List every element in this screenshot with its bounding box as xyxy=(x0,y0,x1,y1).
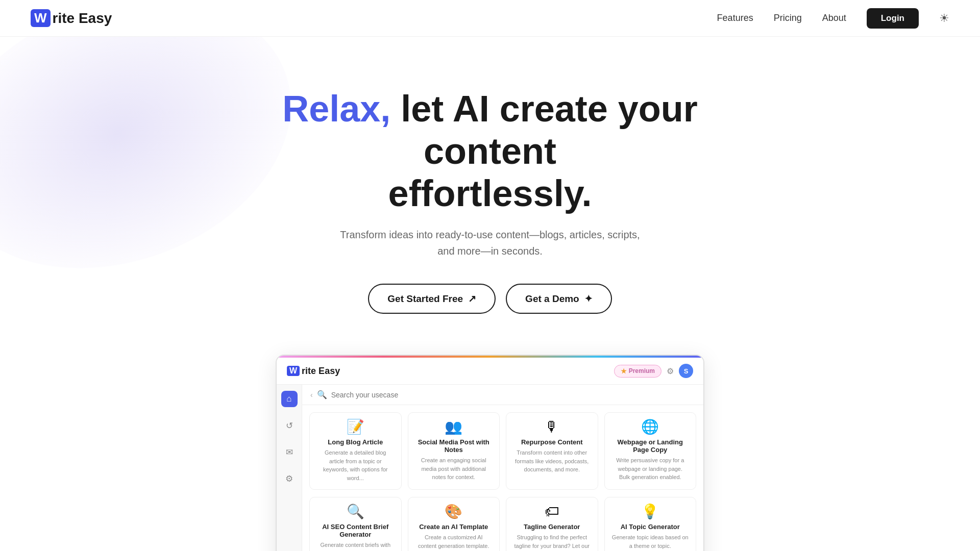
premium-label: Premium xyxy=(629,367,655,374)
app-logo-text: rite Easy xyxy=(302,366,340,377)
sidebar-settings-icon[interactable]: ⚙ xyxy=(281,470,298,487)
card-repurpose-title: Repurpose Content xyxy=(513,438,591,446)
card-tagline[interactable]: 🏷 Tagline Generator Struggling to find t… xyxy=(506,497,598,551)
card-topic-gen[interactable]: 💡 AI Topic Generator Generate topic idea… xyxy=(604,497,697,551)
card-long-blog-title: Long Blog Article xyxy=(317,438,394,446)
settings-icon[interactable]: ⚙ xyxy=(667,366,674,376)
cards-grid-row1: 📝 Long Blog Article Generate a detailed … xyxy=(302,405,703,497)
card-seo-brief[interactable]: 🔍 AI SEO Content Brief Generator Generat… xyxy=(309,497,402,551)
login-button[interactable]: Login xyxy=(867,8,919,29)
card-tagline-title: Tagline Generator xyxy=(513,523,591,531)
logo-text: rite Easy xyxy=(53,10,112,27)
get-demo-icon: ✦ xyxy=(584,293,593,305)
app-topbar-right: ★ Premium ⚙ S xyxy=(614,364,693,378)
card-social-media-title: Social Media Post with Notes xyxy=(415,438,493,454)
app-logo: W rite Easy xyxy=(287,366,340,377)
get-demo-label: Get a Demo xyxy=(525,293,579,305)
card-repurpose[interactable]: 🎙 Repurpose Content Transform content in… xyxy=(506,412,598,490)
navbar: W rite Easy Features Pricing About Login… xyxy=(0,0,980,37)
theme-toggle-icon[interactable]: ☀ xyxy=(939,12,949,25)
cards-grid-row2: 🔍 AI SEO Content Brief Generator Generat… xyxy=(302,497,703,551)
card-tagline-desc: Struggling to find the perfect tagline f… xyxy=(513,533,591,551)
hero-section: Relax, let AI create your contenteffortl… xyxy=(0,37,980,551)
card-topic-icon: 💡 xyxy=(612,505,689,519)
premium-star-icon: ★ xyxy=(621,367,627,375)
get-started-icon: ↗ xyxy=(468,293,476,305)
card-ai-template-icon: 🎨 xyxy=(415,505,493,519)
card-tagline-icon: 🏷 xyxy=(513,505,591,519)
app-topbar: W rite Easy ★ Premium ⚙ S xyxy=(277,358,703,385)
sidebar-home-icon[interactable]: ⌂ xyxy=(281,391,298,407)
nav-links: Features Pricing About Login ☀ xyxy=(717,8,949,29)
card-seo-desc: Generate content briefs with SEO guideli… xyxy=(317,541,394,551)
app-logo-w: W xyxy=(287,366,300,376)
card-ai-template-desc: Create a customized AI content generatio… xyxy=(415,533,493,550)
search-input[interactable] xyxy=(331,391,695,399)
card-seo-icon: 🔍 xyxy=(317,505,394,519)
card-repurpose-desc: Transform content into other formats lik… xyxy=(513,448,591,474)
sidebar-docs-icon[interactable]: ✉ xyxy=(281,444,298,460)
hero-headline: Relax, let AI create your contenteffortl… xyxy=(260,88,720,214)
hero-buttons: Get Started Free ↗ Get a Demo ✦ xyxy=(31,284,949,314)
card-social-media-icon: 👥 xyxy=(415,420,493,434)
app-preview-window: W rite Easy ★ Premium ⚙ S ⌂ ↺ ✉ ⚙ xyxy=(276,355,704,551)
card-seo-title: AI SEO Content Brief Generator xyxy=(317,523,394,538)
card-ai-template-title: Create an AI Template xyxy=(415,523,493,531)
card-webpage-icon: 🌐 xyxy=(612,420,689,434)
hero-subtext: Transform ideas into ready-to-use conten… xyxy=(337,227,643,259)
app-main-content: ‹ 🔍 📝 Long Blog Article Generate a detai… xyxy=(302,385,703,551)
app-body: ⌂ ↺ ✉ ⚙ ‹ 🔍 📝 Long Blog Article Generate… xyxy=(277,385,703,551)
hero-headline-rest: let AI create your contenteffortlessly. xyxy=(388,88,698,214)
collapse-sidebar-button[interactable]: ‹ xyxy=(310,391,313,399)
card-long-blog-desc: Generate a detailed blog article from a … xyxy=(317,448,394,482)
card-ai-template[interactable]: 🎨 Create an AI Template Create a customi… xyxy=(408,497,500,551)
hero-headline-colored: Relax, xyxy=(282,88,390,129)
card-social-media[interactable]: 👥 Social Media Post with Notes Create an… xyxy=(408,412,500,490)
card-long-blog[interactable]: 📝 Long Blog Article Generate a detailed … xyxy=(309,412,402,490)
card-repurpose-icon: 🎙 xyxy=(513,420,591,434)
nav-features[interactable]: Features xyxy=(717,13,753,23)
nav-pricing[interactable]: Pricing xyxy=(774,13,802,23)
logo[interactable]: W rite Easy xyxy=(31,9,112,27)
get-started-button[interactable]: Get Started Free ↗ xyxy=(368,284,496,314)
card-webpage-copy[interactable]: 🌐 Webpage or Landing Page Copy Write per… xyxy=(604,412,697,490)
get-demo-button[interactable]: Get a Demo ✦ xyxy=(506,284,612,314)
card-topic-title: AI Topic Generator xyxy=(612,523,689,531)
card-long-blog-icon: 📝 xyxy=(317,420,394,434)
nav-about[interactable]: About xyxy=(822,13,846,23)
app-sidebar: ⌂ ↺ ✉ ⚙ xyxy=(277,385,302,551)
search-bar-row: ‹ 🔍 xyxy=(302,385,703,405)
logo-w: W xyxy=(31,9,51,27)
get-started-label: Get Started Free xyxy=(387,293,463,305)
search-icon: 🔍 xyxy=(317,390,327,399)
card-topic-desc: Generate topic ideas based on a theme or… xyxy=(612,533,689,550)
sidebar-history-icon[interactable]: ↺ xyxy=(281,417,298,434)
premium-badge[interactable]: ★ Premium xyxy=(614,365,662,378)
card-webpage-title: Webpage or Landing Page Copy xyxy=(612,438,689,454)
card-social-media-desc: Create an engaging social media post wit… xyxy=(415,456,493,482)
user-avatar[interactable]: S xyxy=(679,364,693,378)
card-webpage-desc: Write persuasive copy for a webpage or l… xyxy=(612,456,689,482)
